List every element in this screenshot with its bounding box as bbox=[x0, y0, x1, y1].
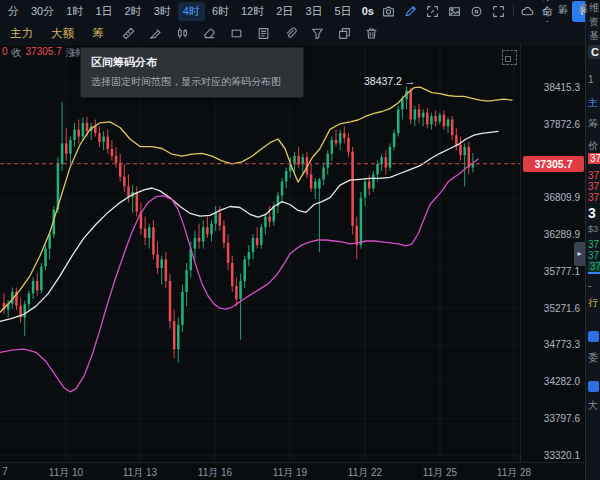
timeframe-分[interactable]: 分 bbox=[3, 2, 24, 21]
candle-body bbox=[385, 157, 388, 167]
region-screenshot-icon[interactable] bbox=[502, 50, 517, 65]
candle-body bbox=[61, 143, 64, 164]
panel-frag-price: 价 bbox=[588, 139, 598, 153]
candle-body bbox=[173, 321, 176, 349]
candle-body bbox=[53, 210, 56, 235]
candle-body bbox=[219, 213, 222, 226]
clip-icon[interactable] bbox=[284, 27, 297, 40]
tab-主力[interactable]: 主力 bbox=[10, 26, 33, 41]
draw-icon[interactable] bbox=[149, 27, 162, 40]
candle-body bbox=[281, 181, 284, 195]
candle-body bbox=[331, 140, 334, 154]
side-tab-基[interactable]: 基 bbox=[589, 29, 599, 43]
panel-frag-chips: 筹 bbox=[588, 117, 598, 131]
rect-icon[interactable] bbox=[230, 27, 243, 40]
candles-icon[interactable] bbox=[176, 27, 189, 40]
timeframe-12时[interactable]: 12时 bbox=[236, 2, 269, 21]
pencil-icon[interactable] bbox=[404, 5, 417, 18]
legend-prefix: 0 bbox=[2, 46, 8, 60]
ma-magenta bbox=[0, 159, 478, 392]
candle-body bbox=[185, 270, 188, 292]
copy-icon[interactable] bbox=[338, 27, 351, 40]
timeframe-5日[interactable]: 5日 bbox=[330, 2, 357, 21]
candle-body bbox=[28, 293, 31, 304]
ruler-icon[interactable] bbox=[122, 27, 135, 40]
date-label: 11月 28 bbox=[497, 466, 531, 480]
candle-body bbox=[360, 198, 363, 245]
tab-大额[interactable]: 大额 bbox=[51, 26, 74, 41]
high-price-annotation: 38437.2 → bbox=[364, 75, 415, 87]
candle-body bbox=[177, 325, 180, 349]
candle-body bbox=[351, 152, 354, 226]
candle-body bbox=[422, 113, 425, 118]
interval-0s-button[interactable]: 0s bbox=[362, 5, 374, 17]
timeframe-2时[interactable]: 2时 bbox=[120, 2, 147, 21]
candle-body bbox=[206, 227, 209, 234]
candle-body bbox=[223, 226, 226, 243]
close-value: 37305.7 bbox=[26, 46, 62, 60]
bottom-toggle-筹[interactable]: 筹 bbox=[558, 3, 569, 17]
ma-yellow bbox=[0, 87, 512, 312]
candle-body bbox=[198, 238, 201, 242]
price-tick: 35271.6 bbox=[544, 303, 580, 314]
timeframe-2日[interactable]: 2日 bbox=[271, 2, 298, 21]
timeframe-1时[interactable]: 1时 bbox=[61, 2, 88, 21]
target-icon[interactable] bbox=[470, 5, 483, 18]
panel-icon-blue-1 bbox=[588, 331, 599, 342]
candle-body bbox=[165, 259, 168, 281]
camera-icon[interactable] bbox=[382, 5, 395, 18]
panel-tab-main: 主 bbox=[588, 96, 598, 110]
candle-body bbox=[285, 171, 288, 181]
drawing-toolbar: 主力大额筹 bbox=[0, 22, 585, 45]
timeframe-30分[interactable]: 30分 bbox=[26, 2, 59, 21]
filter-icon[interactable] bbox=[311, 27, 324, 40]
candle-body bbox=[156, 254, 159, 268]
candle-body bbox=[297, 156, 300, 164]
panel-collapse-handle[interactable]: ▸ bbox=[574, 242, 585, 266]
frame-icon[interactable] bbox=[426, 5, 439, 18]
candle-body bbox=[268, 217, 271, 222]
candle-body bbox=[86, 123, 89, 131]
eraser-icon[interactable] bbox=[203, 27, 216, 40]
candle-body bbox=[243, 259, 246, 281]
candle-body bbox=[24, 304, 27, 317]
side-vertical-tabs[interactable]: 维资基 bbox=[589, 1, 599, 43]
candle-body bbox=[463, 147, 466, 155]
timeframe-4时[interactable]: 4时 bbox=[178, 2, 205, 21]
timeframe-6时[interactable]: 6时 bbox=[207, 2, 234, 21]
drawing-icons bbox=[122, 27, 378, 40]
candle-body bbox=[414, 109, 417, 119]
candle-body bbox=[15, 292, 18, 306]
close-label: 收 bbox=[12, 46, 22, 60]
candle-body bbox=[227, 243, 230, 263]
bottom-toggle-爆[interactable]: 爆 bbox=[578, 3, 589, 17]
right-panel-edge[interactable]: 维资基 C1主筹价373737373$3373737-行委大 bbox=[585, 0, 600, 480]
candle-body bbox=[82, 123, 85, 137]
time-axis[interactable]: 711月 1011月 1311月 1611月 1911月 2211月 2511月… bbox=[0, 462, 600, 480]
candle-body bbox=[455, 135, 458, 145]
toolbar-icons bbox=[382, 5, 505, 18]
price-tick: 38415.3 bbox=[544, 82, 580, 93]
candle-body bbox=[397, 109, 400, 133]
side-tab-资[interactable]: 资 bbox=[589, 15, 599, 29]
candle-body bbox=[248, 252, 251, 259]
fullscreen-icon[interactable] bbox=[492, 5, 505, 18]
timeframe-1日[interactable]: 1日 bbox=[90, 2, 117, 21]
note-icon[interactable] bbox=[257, 27, 270, 40]
image-icon[interactable] bbox=[448, 5, 461, 18]
candle-body bbox=[326, 154, 329, 168]
timeframe-3日[interactable]: 3日 bbox=[300, 2, 327, 21]
candle-body bbox=[111, 149, 114, 156]
tab-筹[interactable]: 筹 bbox=[92, 26, 104, 41]
candle-body bbox=[401, 99, 404, 109]
candle-body bbox=[202, 227, 205, 241]
side-tab-维[interactable]: 维 bbox=[589, 1, 599, 15]
trash-icon[interactable] bbox=[365, 27, 378, 40]
panel-bid-box: 37 bbox=[588, 261, 600, 274]
candle-body bbox=[289, 164, 292, 171]
candle-body bbox=[90, 126, 93, 131]
timeframe-3时[interactable]: 3时 bbox=[149, 2, 176, 21]
panel-frag-weituo: 委 bbox=[588, 351, 598, 365]
candle-body bbox=[356, 226, 359, 245]
candle-body bbox=[393, 133, 396, 147]
